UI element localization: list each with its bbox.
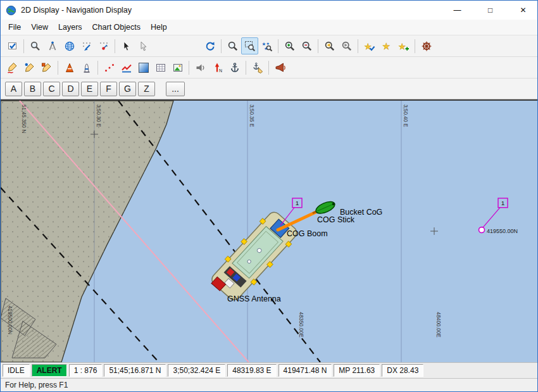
favorite-check-button[interactable]: ★: [361, 37, 378, 54]
track-vessel-icon: [98, 41, 109, 52]
favorite-star-icon: ★: [381, 41, 392, 52]
track-vessel-button[interactable]: [95, 37, 112, 54]
dx-indicator: DX 28.43: [382, 364, 423, 377]
find-icon: [30, 41, 41, 52]
easting-indicator: 48319.83 E: [227, 364, 276, 377]
zoom-objects-button[interactable]: ★★★: [258, 37, 275, 54]
edit-anchor-button[interactable]: [249, 59, 266, 76]
grid-button[interactable]: [152, 59, 169, 76]
refresh-icon: [204, 41, 216, 52]
world-button[interactable]: [61, 37, 78, 54]
buoy-button[interactable]: [78, 59, 95, 76]
zoom-out-icon: [301, 41, 313, 52]
zoom-out-button[interactable]: [298, 37, 315, 54]
anchor-button[interactable]: [226, 59, 243, 76]
display-check-button[interactable]: [4, 37, 21, 54]
toolbar-separator: [58, 61, 58, 75]
menu-bar: File View Layers Chart Objects Help: [1, 20, 537, 35]
zoom-in-button[interactable]: [281, 37, 298, 54]
layer-button-a[interactable]: A: [5, 82, 22, 96]
alert-indicator: ALERT: [32, 364, 67, 377]
zoom-next-icon: [341, 41, 353, 52]
favorite-add-button[interactable]: ★: [395, 37, 412, 54]
zoom-window-icon: [244, 41, 256, 52]
scale-indicator: 1 : 876: [69, 364, 103, 377]
northing-indicator: 419471.48 N: [278, 364, 332, 377]
toolbar-objects: N: [1, 57, 537, 79]
mp-indicator: MP 211.63: [334, 364, 380, 377]
dotted-line-button[interactable]: [101, 59, 118, 76]
refresh-button[interactable]: [201, 37, 218, 54]
title-bar: 2D Display - Navigation Display — □ ✕: [1, 1, 537, 20]
layer-button-more[interactable]: ...: [166, 82, 185, 96]
world-icon: [64, 41, 75, 52]
favorite-button[interactable]: ★: [378, 37, 395, 54]
line-style-button[interactable]: [118, 59, 135, 76]
zoom-next-button[interactable]: [338, 37, 355, 54]
edit-symbol-button[interactable]: [21, 59, 38, 76]
toolbar-separator: [246, 61, 246, 75]
svg-text:★: ★: [266, 41, 269, 45]
toolbar-separator: [189, 61, 189, 75]
maximize-button[interactable]: □: [476, 1, 504, 20]
cone-button[interactable]: [61, 59, 78, 76]
layer-button-z[interactable]: Z: [138, 82, 155, 96]
layer-letter-bar: A B C D E F G Z ...: [1, 79, 537, 99]
layer-button-f[interactable]: F: [100, 82, 117, 96]
zoom-previous-button[interactable]: [321, 37, 338, 54]
zoom-in-icon: [284, 41, 296, 52]
toolbar-separator: [221, 39, 222, 53]
alarm-button[interactable]: [272, 59, 289, 76]
cog-boom-label: COG Boom: [287, 229, 328, 238]
select-button[interactable]: [118, 37, 135, 54]
chart-map[interactable]: 51;45.350 N 3;50.30 E 3;50.35 E 3;50.40 …: [1, 99, 537, 362]
dotted-line-icon: [104, 62, 115, 73]
toolbar-separator: [415, 39, 415, 53]
svg-text:N: N: [219, 68, 222, 73]
minimize-button[interactable]: —: [443, 1, 472, 20]
cog-stick-label: COG Stick: [317, 215, 355, 224]
toolbar-separator: [358, 39, 358, 53]
menu-chart-objects[interactable]: Chart Objects: [87, 21, 146, 34]
zoom-button[interactable]: [224, 37, 241, 54]
helm-button[interactable]: [418, 37, 435, 54]
layer-button-c[interactable]: C: [43, 82, 60, 96]
cone-buoy-icon: [64, 62, 75, 73]
zoom-window-button[interactable]: [241, 37, 258, 54]
help-bar: For Help, press F1: [1, 378, 537, 391]
find-button[interactable]: [27, 37, 44, 54]
menu-file[interactable]: File: [3, 21, 26, 34]
grid-label-lat: 51;45.350 N: [21, 104, 27, 133]
latitude-indicator: 51;45;16.871 N: [104, 364, 166, 377]
grid-label-lon: 3;50.40 E: [403, 104, 409, 127]
favorite-add-icon: ★: [398, 41, 410, 52]
depth-area-button[interactable]: [135, 59, 152, 76]
toolbar-separator: [115, 39, 115, 53]
sound-button[interactable]: [192, 59, 209, 76]
select-cursor-icon: [121, 41, 132, 52]
grid-image-icon: [172, 62, 184, 73]
layer-button-e[interactable]: E: [81, 82, 98, 96]
menu-layers[interactable]: Layers: [53, 21, 87, 34]
grid-image-button[interactable]: [169, 59, 186, 76]
grid-label-lon: 3;50.35 E: [249, 104, 255, 127]
close-button[interactable]: ✕: [509, 1, 537, 20]
app-window: 2D Display - Navigation Display — □ ✕ Fi…: [0, 0, 538, 392]
menu-help[interactable]: Help: [146, 21, 172, 34]
lamp-buoy-icon: [81, 62, 92, 73]
select-alt-cursor-icon: [138, 41, 149, 52]
toolbar-separator: [23, 39, 24, 53]
edit-area-button[interactable]: [38, 59, 55, 76]
edit-line-button[interactable]: [4, 59, 21, 76]
north-arrow-button[interactable]: N: [209, 59, 226, 76]
layer-button-b[interactable]: B: [24, 82, 41, 96]
grid-label-easting: 48350.00E: [298, 312, 304, 338]
select-alt-button[interactable]: [135, 37, 152, 54]
goto-position-button[interactable]: [78, 37, 95, 54]
menu-view[interactable]: View: [26, 21, 53, 34]
layer-button-g[interactable]: G: [119, 82, 136, 96]
toolbar-separator: [97, 61, 98, 75]
measure-button[interactable]: [44, 37, 61, 54]
layer-button-d[interactable]: D: [62, 82, 79, 96]
svg-text:★: ★: [382, 41, 391, 51]
